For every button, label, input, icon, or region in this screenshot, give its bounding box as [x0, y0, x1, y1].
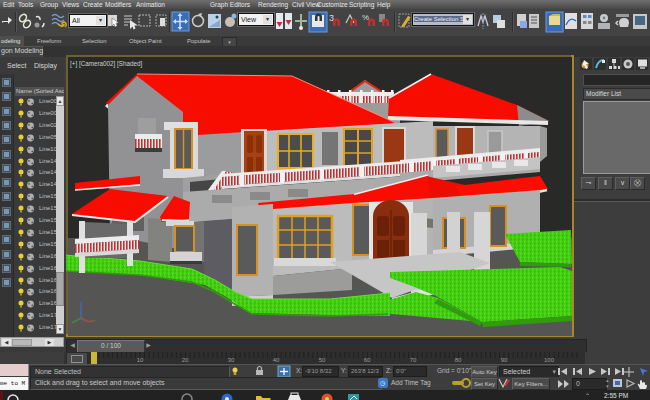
svg-text:%: % — [362, 13, 369, 22]
svg-text:80: 80 — [455, 357, 462, 363]
svg-text:70: 70 — [410, 357, 417, 363]
svg-text:30: 30 — [228, 357, 235, 363]
svg-text:[+] [Camera002] [Shaded]: [+] [Camera002] [Shaded] — [70, 60, 143, 68]
svg-text:60: 60 — [364, 357, 371, 363]
svg-text:20: 20 — [182, 357, 189, 363]
svg-text:50: 50 — [319, 357, 326, 363]
svg-text:40: 40 — [273, 357, 280, 363]
svg-text:10: 10 — [137, 357, 144, 363]
svg-text:90: 90 — [501, 357, 508, 363]
svg-text:100: 100 — [544, 357, 555, 363]
